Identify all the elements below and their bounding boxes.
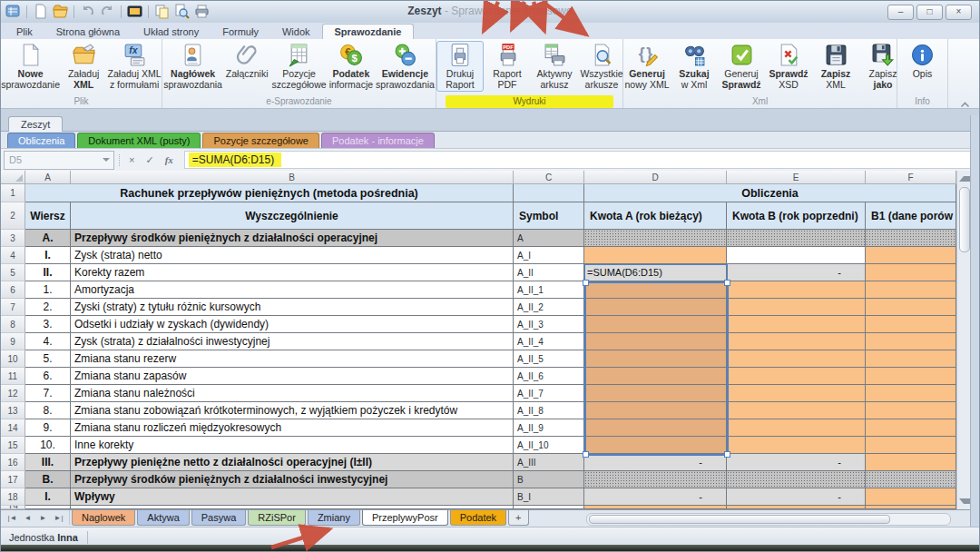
cell[interactable]: [584, 437, 727, 454]
cell[interactable]: [727, 350, 866, 368]
cell[interactable]: I.: [25, 488, 71, 506]
cell-header-kwota-b[interactable]: Kwota B (rok poprzedni): [727, 202, 866, 230]
cell[interactable]: A_II_8: [514, 402, 584, 419]
cell[interactable]: Przepływy środków pieniężnych z działaln…: [71, 230, 514, 247]
cell[interactable]: [866, 385, 956, 402]
previous-sheet-icon[interactable]: ◄: [20, 512, 35, 525]
cancel-icon[interactable]: ×: [129, 154, 134, 165]
first-sheet-icon[interactable]: |◄: [5, 512, 20, 525]
cell[interactable]: Zmiana stanu należności: [71, 385, 514, 402]
cell[interactable]: B_I: [514, 488, 584, 506]
ribbon-button-drukuj-raport[interactable]: DrukujRaport: [436, 41, 484, 92]
ribbon-tab-formuły[interactable]: Formuły: [211, 25, 270, 39]
column-header-E[interactable]: E: [727, 171, 866, 184]
ribbon-button-załaduj-xml-z-formułami[interactable]: fxZaładuj XMLz formułami: [107, 41, 162, 92]
cell-active-formula[interactable]: =SUMA(D6:D15): [584, 264, 727, 281]
cell[interactable]: Przepływy pieniężne netto z działalności…: [71, 454, 514, 471]
cell-header-kwota-a[interactable]: Kwota A (rok bieżący): [584, 202, 727, 230]
cell[interactable]: [514, 184, 584, 202]
cell[interactable]: [866, 247, 956, 264]
cell[interactable]: [727, 437, 866, 454]
cell[interactable]: Zmiana stanu rozliczeń międzyokresowych: [71, 419, 514, 437]
cell[interactable]: [584, 299, 727, 316]
cell[interactable]: Inne korekty: [71, 437, 514, 454]
cell[interactable]: 10.: [25, 437, 71, 454]
cell[interactable]: [727, 333, 866, 350]
cell[interactable]: [866, 333, 956, 350]
cell[interactable]: Wpływy: [71, 488, 514, 506]
cell[interactable]: [584, 385, 727, 402]
sheet-tab-przeplywyposr[interactable]: PrzeplywyPosr: [362, 510, 448, 526]
ribbon-button-zapisz-xml[interactable]: ZapiszXML: [812, 41, 859, 92]
row-number[interactable]: 5: [1, 264, 25, 281]
cell[interactable]: [866, 368, 956, 385]
cell[interactable]: [866, 281, 956, 299]
cell-header-wiersz[interactable]: Wiersz: [25, 202, 71, 230]
cell[interactable]: [584, 402, 727, 419]
cell[interactable]: A_II_3: [514, 316, 584, 333]
cell[interactable]: [866, 350, 956, 368]
cell[interactable]: A_II_6: [514, 368, 584, 385]
cell-calculations-header[interactable]: Obliczenia: [584, 184, 956, 202]
cell[interactable]: A_III: [514, 454, 584, 471]
cell-name-box[interactable]: D5: [4, 151, 114, 170]
sheet-tab-zmiany[interactable]: Zmiany: [308, 510, 360, 526]
cell[interactable]: [584, 350, 727, 368]
cell[interactable]: Przepływy środków pieniężnych z działaln…: [71, 471, 514, 488]
view-tab-podatek-informacje[interactable]: Podatek - informacje: [321, 133, 435, 148]
cell[interactable]: -: [727, 264, 866, 281]
cell[interactable]: 3.: [25, 316, 71, 333]
cell[interactable]: [727, 471, 866, 488]
column-header-A[interactable]: A: [25, 171, 71, 184]
cell[interactable]: [866, 488, 956, 506]
cell[interactable]: [727, 247, 866, 264]
cell[interactable]: [727, 368, 866, 385]
document-tab-zeszyt[interactable]: Zeszyt: [8, 116, 63, 132]
row-number[interactable]: 11: [1, 368, 25, 385]
cell-report-title[interactable]: Rachunek przepływów pieniężnych (metoda …: [25, 184, 514, 202]
ribbon-tab-widok[interactable]: Widok: [270, 25, 322, 39]
row-number[interactable]: 12: [1, 385, 25, 402]
ribbon-button-raport-pdf[interactable]: PDFRaportPDF: [484, 41, 531, 92]
cell-header-b1[interactable]: B1 (dane porów: [866, 202, 956, 230]
row-number[interactable]: 1: [1, 184, 25, 202]
column-header-F[interactable]: F: [866, 171, 956, 184]
cell[interactable]: B: [514, 471, 584, 488]
cell[interactable]: [584, 471, 727, 488]
row-number[interactable]: 17: [1, 471, 25, 488]
vertical-scrollbar-thumb[interactable]: [959, 187, 970, 252]
column-header-C[interactable]: C: [514, 171, 584, 184]
row-number[interactable]: 18: [1, 488, 25, 506]
ribbon-tab-plik[interactable]: Plik: [5, 25, 44, 39]
row-number[interactable]: 16: [1, 454, 25, 471]
select-all-corner[interactable]: [1, 171, 25, 184]
cell[interactable]: [584, 316, 727, 333]
cell[interactable]: Zysk (strata) z działalności inwestycyjn…: [71, 333, 514, 350]
row-number[interactable]: 15: [1, 437, 25, 454]
next-sheet-icon[interactable]: ►: [35, 512, 51, 525]
cell[interactable]: 8.: [25, 402, 71, 419]
cell[interactable]: A_II_1: [514, 281, 584, 299]
close-button[interactable]: ×: [946, 5, 972, 20]
cell[interactable]: [727, 385, 866, 402]
cell[interactable]: [866, 264, 956, 281]
row-number[interactable]: 8: [1, 316, 25, 333]
cell[interactable]: [584, 281, 727, 299]
cell[interactable]: A_I: [514, 247, 584, 264]
cell[interactable]: [584, 247, 727, 264]
cell[interactable]: Amortyzacja: [71, 281, 514, 299]
sheet-tab-pasywa[interactable]: Pasywa: [191, 510, 247, 526]
cell[interactable]: [866, 437, 956, 454]
view-tab-dokument-xml-pusty[interactable]: Dokument XML (pusty): [77, 133, 201, 148]
cell[interactable]: 9.: [25, 419, 71, 437]
cell[interactable]: Zyski (straty) z tytułu różnic kursowych: [71, 299, 514, 316]
cell[interactable]: 4.: [25, 333, 71, 350]
cell[interactable]: A_II_2: [514, 299, 584, 316]
view-tab-obliczenia[interactable]: Obliczenia: [7, 133, 75, 148]
cell-header-wyszczegolnienie[interactable]: Wyszczególnienie: [71, 202, 514, 230]
horizontal-scrollbar-thumb[interactable]: [589, 515, 890, 524]
ribbon-tab-strona-główna[interactable]: Strona główna: [44, 25, 132, 39]
ribbon-button-podatek-informacje[interactable]: €$Podatekinformacje: [328, 41, 375, 92]
cell[interactable]: Zysk (strata) netto: [71, 247, 514, 264]
insert-function-icon[interactable]: fx: [165, 154, 173, 165]
